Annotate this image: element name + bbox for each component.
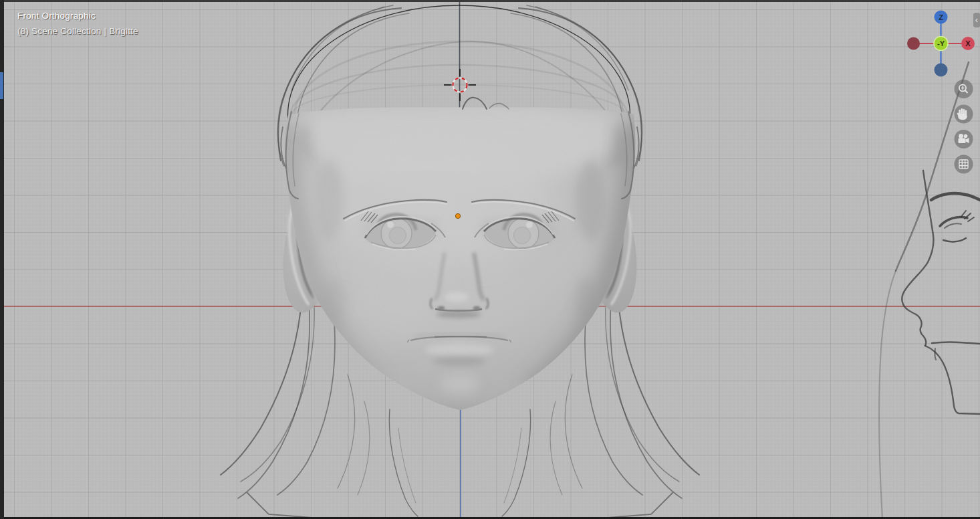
object-origin-dot[interactable] <box>455 213 460 218</box>
gizmo-neg-z-ball[interactable] <box>935 64 948 77</box>
gizmo-z-label: Z <box>939 13 943 21</box>
projection-toggle-button[interactable] <box>955 155 973 174</box>
gizmo-neg-y-label: -Y <box>937 39 945 47</box>
camera-view-button[interactable] <box>955 130 973 148</box>
gizmo-x-label: X <box>965 39 971 47</box>
zoom-tool-button[interactable] <box>955 80 973 98</box>
view-name-label: Front Orthographic <box>17 11 96 21</box>
active-region-indicator <box>0 72 3 99</box>
sidebar-toggle[interactable]: ‹ <box>973 13 980 27</box>
gizmo-neg-x-ball[interactable] <box>907 37 920 50</box>
active-collection-label: (8) Scene Collection | Brigitte <box>17 26 138 36</box>
viewport-3d[interactable]: Z X -Y <box>0 0 980 519</box>
pan-tool-button[interactable] <box>955 105 973 124</box>
sidebar-toggle-arrow: ‹ <box>975 15 978 25</box>
